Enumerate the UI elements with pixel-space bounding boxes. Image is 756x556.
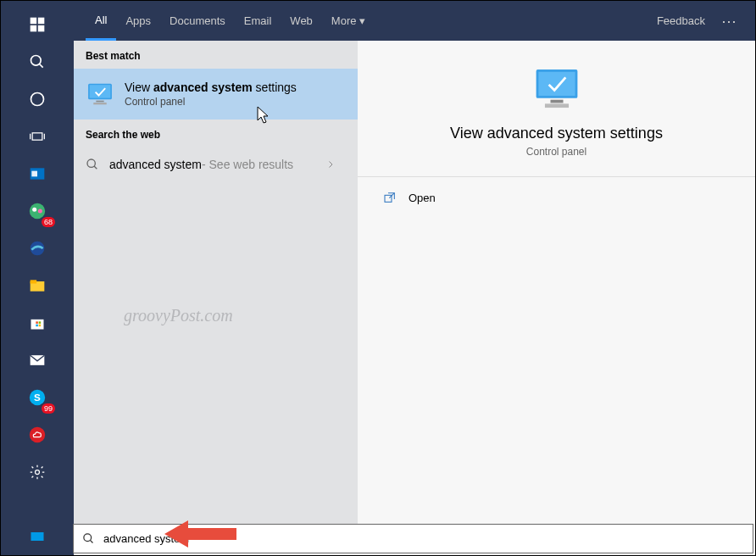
tray-icon[interactable] <box>19 519 55 554</box>
creative-cloud-icon[interactable] <box>19 417 55 453</box>
cursor-icon <box>256 105 273 125</box>
feedback-link[interactable]: Feedback <box>648 1 714 41</box>
best-match-title: View advanced system settings <box>125 81 297 94</box>
svg-rect-0 <box>31 18 37 25</box>
svg-point-33 <box>87 159 95 167</box>
explorer-icon[interactable] <box>19 268 55 303</box>
start-button[interactable] <box>19 7 55 42</box>
tab-apps[interactable]: Apps <box>116 1 160 41</box>
svg-rect-11 <box>31 171 37 177</box>
tab-all[interactable]: All <box>86 1 116 41</box>
app-multi-icon[interactable]: 68 <box>19 193 55 229</box>
svg-text:S: S <box>34 392 41 403</box>
search-icon[interactable] <box>19 44 55 80</box>
open-label: Open <box>409 192 436 204</box>
search-header: All Apps Documents Email Web More ▾ Feed… <box>74 1 755 41</box>
svg-rect-37 <box>550 100 563 103</box>
taskbar: 68 S 99 <box>1 1 74 555</box>
svg-marker-43 <box>164 520 236 548</box>
svg-rect-19 <box>36 321 38 324</box>
svg-rect-20 <box>39 321 42 324</box>
edge-icon[interactable] <box>19 231 55 266</box>
tab-more[interactable]: More ▾ <box>322 1 375 41</box>
svg-rect-2 <box>31 25 37 32</box>
taskview-icon[interactable] <box>19 119 55 154</box>
search-icon <box>86 158 99 171</box>
search-web-heading: Search the web <box>74 120 358 147</box>
annotation-arrow <box>164 519 236 549</box>
chevron-right-icon <box>325 158 336 171</box>
svg-rect-38 <box>544 103 568 108</box>
svg-point-6 <box>31 93 44 106</box>
svg-rect-21 <box>36 325 38 327</box>
svg-line-42 <box>90 540 92 542</box>
preview-title: View advanced system settings <box>450 125 663 142</box>
badge-count: 68 <box>42 217 55 227</box>
outlook-icon[interactable] <box>19 156 55 192</box>
preview-column: View advanced system settings Control pa… <box>358 41 755 525</box>
svg-rect-7 <box>32 133 42 140</box>
svg-rect-31 <box>96 101 103 103</box>
monitor-icon <box>86 82 114 106</box>
store-icon[interactable] <box>19 305 55 341</box>
svg-rect-22 <box>39 325 42 327</box>
tab-web[interactable]: Web <box>281 1 322 41</box>
best-match-item[interactable]: View advanced system settings Control pa… <box>74 69 358 120</box>
svg-rect-30 <box>90 85 111 97</box>
svg-point-14 <box>38 209 42 214</box>
svg-point-12 <box>30 203 45 219</box>
svg-rect-1 <box>38 18 45 25</box>
open-icon <box>383 191 397 204</box>
svg-line-34 <box>94 166 97 169</box>
web-result-item[interactable]: advanced system - See web results <box>74 147 358 181</box>
watermark: groovyPost.com <box>124 306 233 325</box>
svg-rect-3 <box>38 25 45 32</box>
tab-email[interactable]: Email <box>235 1 281 41</box>
results-column: Best match View advanced system settings… <box>74 41 358 525</box>
tab-documents[interactable]: Documents <box>160 1 235 41</box>
badge-count: 99 <box>42 403 55 414</box>
search-icon <box>82 532 95 545</box>
svg-point-41 <box>84 534 92 542</box>
web-result-see: - See web results <box>202 158 293 171</box>
preview-subtitle: Control panel <box>526 146 586 158</box>
svg-point-26 <box>30 427 45 442</box>
svg-rect-17 <box>31 280 37 283</box>
skype-icon[interactable]: S 99 <box>19 380 55 415</box>
mail-icon[interactable] <box>19 342 55 378</box>
svg-rect-36 <box>538 72 575 96</box>
web-result-term: advanced system <box>109 158 202 171</box>
overflow-menu[interactable]: ⋯ <box>714 12 743 31</box>
svg-point-27 <box>36 470 40 475</box>
cortana-icon[interactable] <box>19 81 55 117</box>
open-action[interactable]: Open <box>358 177 755 218</box>
svg-rect-28 <box>31 532 44 541</box>
settings-icon[interactable] <box>19 454 55 490</box>
monitor-icon <box>531 66 582 113</box>
svg-point-4 <box>31 56 42 66</box>
svg-point-13 <box>32 208 36 212</box>
svg-rect-32 <box>93 103 106 104</box>
best-match-heading: Best match <box>74 41 358 69</box>
svg-line-5 <box>40 64 43 68</box>
search-panel: All Apps Documents Email Web More ▾ Feed… <box>74 1 755 525</box>
